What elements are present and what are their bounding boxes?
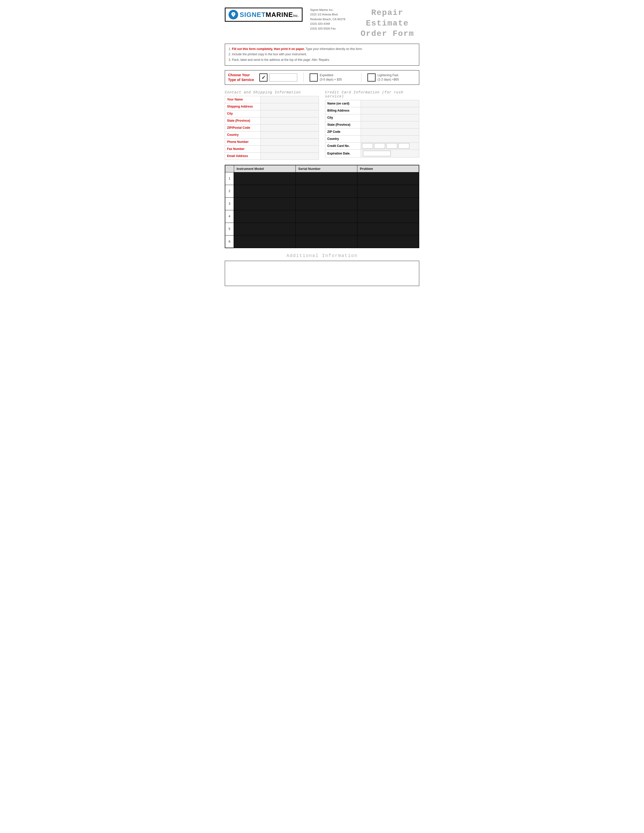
serial-cell-1[interactable] bbox=[296, 172, 357, 185]
credit-input-cell-0[interactable] bbox=[361, 100, 419, 107]
serial-cell-6[interactable] bbox=[296, 235, 357, 248]
model-input-3[interactable] bbox=[235, 198, 295, 209]
cc-seg-1[interactable] bbox=[362, 143, 373, 149]
serial-input-4[interactable] bbox=[297, 211, 356, 222]
contact-row-1: Shipping Address bbox=[225, 103, 319, 110]
credit-field-0[interactable] bbox=[361, 100, 419, 107]
contact-input-6[interactable] bbox=[261, 138, 319, 145]
model-input-2[interactable] bbox=[235, 185, 295, 197]
contact-field-5[interactable] bbox=[261, 132, 319, 138]
model-cell-2[interactable] bbox=[234, 185, 296, 198]
contact-field-4[interactable] bbox=[261, 124, 319, 131]
contact-input-4[interactable] bbox=[261, 124, 319, 131]
credit-label-1: Billing Address bbox=[325, 107, 361, 114]
credit-field-2[interactable] bbox=[361, 114, 419, 121]
problem-input-2[interactable] bbox=[358, 185, 418, 197]
contact-field-0[interactable] bbox=[261, 96, 319, 103]
credit-field-3[interactable] bbox=[361, 121, 419, 128]
contact-field-8[interactable] bbox=[261, 153, 319, 159]
credit-field-5[interactable] bbox=[361, 135, 419, 142]
contact-field-3[interactable] bbox=[261, 117, 319, 124]
credit-label-6: Credit Card No. bbox=[325, 142, 361, 150]
contact-input-3[interactable] bbox=[261, 117, 319, 124]
serial-input-6[interactable] bbox=[297, 236, 356, 248]
address-line2: 2315 1/2 Artesia Blvd. bbox=[310, 12, 345, 17]
problem-cell-4[interactable] bbox=[357, 210, 419, 223]
credit-input-cell-4[interactable] bbox=[361, 128, 419, 135]
credit-label-7: Expiration Date. bbox=[325, 150, 361, 157]
serial-input-3[interactable] bbox=[297, 198, 356, 209]
credit-title: Credit Card Information (for rush servic… bbox=[325, 90, 419, 98]
contact-input-5[interactable] bbox=[261, 131, 319, 138]
logo-inc: Inc. bbox=[293, 14, 299, 18]
credit-input-cell-5[interactable] bbox=[361, 135, 419, 142]
problem-input-1[interactable] bbox=[358, 173, 418, 184]
instrument-row-6: 6 bbox=[225, 235, 419, 248]
contact-input-7[interactable] bbox=[261, 145, 319, 153]
additional-box[interactable] bbox=[225, 261, 419, 286]
cc-seg-3[interactable] bbox=[386, 143, 397, 149]
contact-field-6[interactable] bbox=[261, 138, 319, 145]
contact-row-8: Email Address bbox=[225, 153, 319, 159]
contact-title: Contact and Shipping Information bbox=[225, 90, 319, 95]
contact-input-8[interactable] bbox=[261, 153, 319, 159]
service-checkbox-3[interactable] bbox=[367, 74, 375, 82]
credit-label-5: Country bbox=[325, 135, 361, 142]
contact-label-5: Country bbox=[225, 131, 261, 138]
credit-input-cell-1[interactable] bbox=[361, 107, 419, 114]
credit-input-cell-2[interactable] bbox=[361, 114, 419, 121]
service-option-2[interactable]: Expedited(3-5 days) + $35 bbox=[310, 73, 355, 82]
contact-field-2[interactable] bbox=[261, 110, 319, 117]
cc-seg-2[interactable] bbox=[374, 143, 385, 149]
service-checkbox-2[interactable] bbox=[310, 74, 318, 82]
model-input-1[interactable] bbox=[235, 173, 295, 184]
problem-cell-2[interactable] bbox=[357, 185, 419, 198]
problem-cell-6[interactable] bbox=[357, 235, 419, 248]
serial-cell-4[interactable] bbox=[296, 210, 357, 223]
service-option-1[interactable]: ✓ bbox=[259, 74, 297, 82]
serial-input-2[interactable] bbox=[297, 185, 356, 197]
credit-field-1[interactable] bbox=[361, 107, 419, 114]
expiry-input[interactable] bbox=[363, 151, 391, 156]
service-option-3[interactable]: Lightening Fast(1-2 days) +$65 bbox=[367, 73, 413, 82]
serial-input-5[interactable] bbox=[297, 224, 356, 235]
problem-input-4[interactable] bbox=[358, 211, 418, 222]
model-cell-3[interactable] bbox=[234, 198, 296, 210]
serial-cell-5[interactable] bbox=[296, 223, 357, 235]
model-input-6[interactable] bbox=[235, 236, 295, 248]
model-input-5[interactable] bbox=[235, 224, 295, 235]
cc-seg-4[interactable] bbox=[398, 143, 409, 149]
credit-input-cell-7[interactable] bbox=[361, 150, 419, 157]
contact-input-1[interactable] bbox=[261, 103, 319, 110]
problem-cell-1[interactable] bbox=[357, 172, 419, 185]
contact-input-0[interactable] bbox=[261, 96, 319, 103]
service-checkbox-1[interactable]: ✓ bbox=[259, 74, 267, 82]
credit-row-2: City bbox=[325, 114, 419, 121]
problem-input-5[interactable] bbox=[358, 224, 418, 235]
model-cell-4[interactable] bbox=[234, 210, 296, 223]
additional-title: Additional Information bbox=[225, 253, 419, 258]
credit-input-cell-6[interactable] bbox=[361, 142, 419, 150]
serial-input-1[interactable] bbox=[297, 173, 356, 184]
serial-cell-2[interactable] bbox=[296, 185, 357, 198]
problem-input-6[interactable] bbox=[358, 236, 418, 248]
row-num-4: 4 bbox=[225, 210, 234, 223]
serial-cell-3[interactable] bbox=[296, 198, 357, 210]
model-cell-6[interactable] bbox=[234, 235, 296, 248]
problem-input-3[interactable] bbox=[358, 198, 418, 209]
model-cell-1[interactable] bbox=[234, 172, 296, 185]
additional-textarea[interactable] bbox=[225, 261, 419, 286]
credit-field-4[interactable] bbox=[361, 129, 419, 135]
service-name-1[interactable] bbox=[269, 74, 297, 82]
model-cell-5[interactable] bbox=[234, 223, 296, 235]
problem-cell-3[interactable] bbox=[357, 198, 419, 210]
contact-field-7[interactable] bbox=[261, 146, 319, 153]
model-input-4[interactable] bbox=[235, 211, 295, 222]
instruction-1-rest: Type your information directly on this f… bbox=[305, 47, 363, 51]
th-problem: Problem bbox=[357, 165, 419, 172]
problem-cell-5[interactable] bbox=[357, 223, 419, 235]
contact-label-4: ZIP/Postal Code bbox=[225, 124, 261, 131]
credit-input-cell-3[interactable] bbox=[361, 121, 419, 128]
contact-input-2[interactable] bbox=[261, 110, 319, 117]
contact-field-1[interactable] bbox=[261, 103, 319, 110]
